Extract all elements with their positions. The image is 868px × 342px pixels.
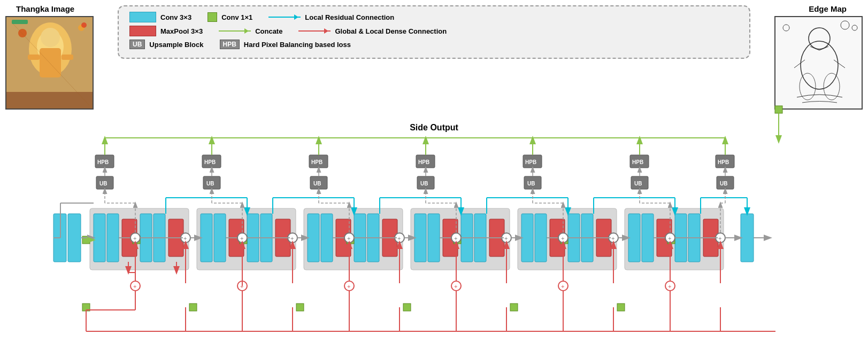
svg-rect-68 [703, 219, 718, 256]
svg-rect-43 [260, 214, 272, 262]
svg-rect-46 [321, 214, 333, 262]
svg-rect-69 [741, 214, 754, 262]
svg-text:+: + [668, 235, 671, 242]
svg-rect-9 [6, 92, 94, 110]
svg-rect-109 [717, 176, 734, 189]
svg-rect-49 [367, 214, 379, 262]
svg-text:UB: UB [99, 181, 107, 186]
svg-text:HPB: HPB [311, 159, 322, 165]
svg-rect-74 [296, 304, 304, 311]
svg-point-139 [344, 281, 354, 291]
svg-text:+: + [133, 283, 136, 290]
svg-rect-76 [510, 304, 518, 311]
svg-point-145 [665, 281, 675, 291]
svg-rect-6 [62, 55, 73, 60]
svg-point-7 [18, 29, 27, 37]
svg-rect-26 [197, 208, 296, 270]
svg-rect-11 [12, 20, 28, 24]
svg-rect-87 [309, 155, 328, 168]
maxpool3x3-icon [129, 26, 156, 36]
hpb-badge: HPB [220, 40, 240, 49]
svg-rect-48 [354, 214, 366, 262]
svg-rect-29 [518, 208, 617, 270]
svg-rect-99 [203, 176, 220, 189]
svg-text:UB: UB [420, 181, 428, 186]
svg-text:HPB: HPB [718, 159, 729, 165]
svg-text:+: + [183, 235, 187, 242]
svg-text:+: + [718, 235, 721, 242]
svg-rect-67 [688, 214, 700, 262]
svg-rect-105 [524, 176, 541, 189]
legend-upsample-block: UB Upsample Block [129, 40, 204, 49]
svg-rect-40 [214, 214, 226, 262]
svg-text:+: + [240, 235, 243, 242]
svg-point-129 [609, 233, 618, 243]
svg-rect-47 [336, 219, 351, 256]
svg-text:+: + [668, 283, 671, 290]
legend-concate: Concate [219, 27, 282, 35]
svg-rect-81 [560, 236, 568, 244]
svg-text:UB: UB [527, 181, 535, 186]
svg-text:+: + [504, 235, 508, 242]
svg-text:+: + [561, 283, 564, 290]
svg-rect-52 [428, 214, 440, 262]
svg-text:UB: UB [720, 181, 727, 186]
svg-rect-75 [403, 304, 411, 311]
svg-rect-37 [153, 214, 165, 262]
svg-text:HPB: HPB [632, 159, 643, 165]
svg-rect-25 [90, 208, 189, 270]
svg-rect-53 [443, 219, 458, 256]
svg-rect-95 [716, 155, 734, 168]
svg-rect-44 [275, 219, 290, 256]
legend-conv3x3: Conv 3×3 [129, 12, 191, 22]
svg-rect-59 [550, 219, 565, 256]
legend-conv1x1: Conv 1×1 [208, 12, 252, 22]
svg-point-137 [237, 281, 247, 291]
legend-box: Conv 3×3 Conv 1×1 Local Residual Connect… [118, 5, 750, 59]
svg-rect-91 [523, 155, 542, 168]
svg-point-12 [81, 22, 87, 28]
maxpool3x3-label: MaxPool 3×3 [160, 27, 203, 35]
svg-text:+: + [347, 235, 350, 242]
global-local-dense-label: Global & Local Dense Connection [335, 27, 447, 35]
svg-rect-83 [95, 155, 114, 168]
svg-rect-51 [414, 214, 426, 262]
svg-rect-34 [107, 214, 119, 262]
svg-rect-107 [631, 176, 648, 189]
svg-rect-61 [581, 214, 593, 262]
svg-rect-65 [657, 219, 672, 256]
svg-rect-71 [133, 236, 140, 244]
legend-global-local-dense: Global & Local Dense Connection [298, 27, 447, 35]
svg-rect-35 [122, 219, 137, 256]
svg-point-127 [558, 233, 568, 243]
legend-maxpool3x3: MaxPool 3×3 [129, 26, 203, 36]
svg-text:HPB: HPB [418, 159, 429, 165]
svg-rect-27 [304, 208, 403, 270]
global-local-dense-icon [298, 30, 331, 32]
svg-rect-4 [40, 48, 61, 77]
svg-rect-103 [417, 176, 434, 189]
svg-text:+: + [454, 283, 457, 290]
svg-rect-70 [82, 236, 90, 244]
svg-rect-66 [675, 214, 687, 262]
svg-rect-97 [96, 176, 113, 189]
svg-rect-38 [168, 219, 183, 256]
svg-point-117 [288, 233, 297, 243]
svg-point-143 [558, 281, 568, 291]
svg-text:HPB: HPB [525, 159, 536, 165]
legend-hard-pixel: HPB Hard Pixel Balancing based loss [220, 40, 351, 49]
svg-rect-60 [568, 214, 580, 262]
legend-local-residual: Local Residual Connection [268, 13, 394, 21]
svg-rect-58 [535, 214, 547, 262]
svg-rect-73 [189, 304, 197, 311]
svg-rect-36 [140, 214, 152, 262]
svg-rect-64 [642, 214, 654, 262]
svg-rect-93 [630, 155, 649, 168]
conv1x1-icon [208, 12, 217, 22]
svg-rect-56 [489, 219, 504, 256]
svg-text:UB: UB [313, 181, 321, 186]
svg-point-113 [181, 233, 190, 243]
svg-rect-63 [628, 214, 640, 262]
side-output-label: Side Output [410, 123, 458, 133]
svg-rect-77 [617, 304, 625, 311]
